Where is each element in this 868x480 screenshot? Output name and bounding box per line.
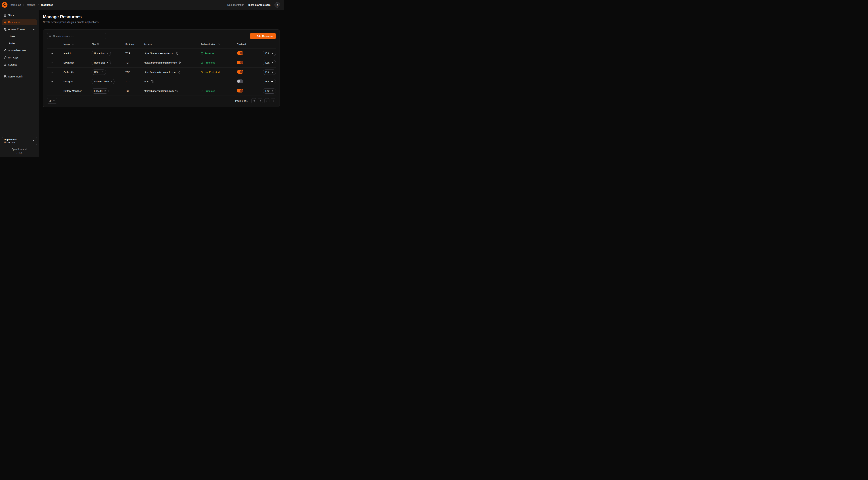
key-icon <box>4 56 6 59</box>
chevron-down-icon <box>33 28 35 31</box>
add-resource-button[interactable]: Add Resource <box>250 33 276 39</box>
table-body: Immich Home Lab TCP https://immich.examp… <box>47 49 276 96</box>
copy-icon[interactable] <box>176 52 178 55</box>
sidebar-item-sites[interactable]: Sites <box>2 12 37 18</box>
next-page-button[interactable] <box>265 98 270 103</box>
site-link-button[interactable]: Home Lab <box>92 51 111 56</box>
page-size-value: 20 <box>49 99 52 102</box>
open-source-link[interactable]: Open Source <box>2 148 37 151</box>
app-logo[interactable] <box>2 2 8 8</box>
enabled-toggle[interactable] <box>237 61 243 64</box>
resource-access-url: https://battery.example.com <box>144 90 174 92</box>
row-actions-button[interactable] <box>49 79 54 84</box>
sidebar-item-server-admin[interactable]: Server Admin <box>2 74 37 80</box>
enabled-toggle[interactable] <box>237 89 243 92</box>
first-page-button[interactable] <box>251 98 256 103</box>
link-icon <box>4 49 6 52</box>
copy-icon[interactable] <box>151 80 153 83</box>
plus-icon <box>253 35 255 37</box>
sidebar-item-users[interactable]: Users <box>2 33 37 39</box>
sidebar-item-access-control[interactable]: Access Control <box>2 26 37 32</box>
arrow-right-icon <box>271 90 273 92</box>
search-box[interactable] <box>47 33 106 39</box>
row-actions-button[interactable] <box>49 60 54 65</box>
organization-selector[interactable]: Organization Home Lab <box>2 137 37 145</box>
edit-button[interactable]: Edit <box>263 51 276 56</box>
resource-access-url: https://immich.example.com <box>144 52 174 55</box>
copy-icon[interactable] <box>179 62 181 64</box>
user-email[interactable]: joe@example.com <box>248 3 271 6</box>
breadcrumb: home-lab settings resources <box>10 3 53 6</box>
edit-button[interactable]: Edit <box>263 88 276 94</box>
chevrons-right-icon <box>272 100 275 102</box>
topbar: home-lab settings resources Documentatio… <box>0 0 284 10</box>
resources-card: Add Resource Name Site Protocol <box>43 29 280 107</box>
table-row: Immich Home Lab TCP https://immich.examp… <box>47 49 276 58</box>
search-input[interactable] <box>53 35 104 38</box>
shield-check-icon <box>201 52 204 55</box>
edit-label: Edit <box>266 61 270 64</box>
header-site[interactable]: Site <box>92 43 125 46</box>
page-title: Manage Resources <box>43 14 280 19</box>
enabled-toggle[interactable] <box>237 51 243 55</box>
arrow-up-right-icon <box>106 52 108 54</box>
ellipsis-icon <box>50 61 53 64</box>
page-subtitle: Create secure proxies to your private ap… <box>43 21 280 24</box>
edit-label: Edit <box>266 90 270 92</box>
site-link-button[interactable]: Office <box>92 69 106 75</box>
enabled-toggle[interactable] <box>237 80 243 83</box>
arrow-right-icon <box>271 52 273 55</box>
sidebar: Sites Resources Access Control Users Rol… <box>0 10 39 157</box>
shield-check-icon <box>201 90 204 92</box>
sidebar-item-resources[interactable]: Resources <box>2 19 37 25</box>
header-name[interactable]: Name <box>63 43 92 46</box>
resource-protocol: TCP <box>125 90 144 92</box>
topbar-right: Documentation joe@example.com J <box>227 2 280 8</box>
header-authentication[interactable]: Authentication <box>201 43 237 46</box>
breadcrumb-resources: resources <box>41 3 53 6</box>
avatar[interactable]: J <box>275 2 280 8</box>
sidebar-item-settings[interactable]: Settings <box>2 62 37 68</box>
copy-icon[interactable] <box>178 71 180 73</box>
copy-icon[interactable] <box>175 90 178 92</box>
sidebar-item-label: Roles <box>9 42 15 45</box>
row-actions-button[interactable] <box>49 51 54 56</box>
shield-off-icon <box>201 71 204 73</box>
sidebar-item-shareable-links[interactable]: Shareable Links <box>2 48 37 54</box>
breadcrumb-home-lab[interactable]: home-lab <box>10 3 21 6</box>
table-header-row: Name Site Protocol Access Authenticati <box>47 42 276 49</box>
sidebar-item-label: Server Admin <box>8 75 23 78</box>
edit-button[interactable]: Edit <box>263 79 276 84</box>
page-size-select[interactable]: 20 <box>47 98 57 103</box>
row-actions-button[interactable] <box>49 89 54 94</box>
auth-status: Protected <box>201 90 237 92</box>
arrow-up-right-icon <box>101 71 103 73</box>
chevron-right-icon <box>37 4 39 6</box>
auth-label: Protected <box>205 52 215 55</box>
chevron-down-icon <box>53 100 55 102</box>
breadcrumb-settings[interactable]: settings <box>27 3 35 6</box>
add-resource-label: Add Resource <box>256 35 273 37</box>
site-name: Home Lab <box>94 52 105 55</box>
enabled-toggle[interactable] <box>237 70 243 74</box>
site-link-button[interactable]: Second Office <box>92 79 115 84</box>
sort-icon <box>71 43 74 46</box>
last-page-button[interactable] <box>271 98 276 103</box>
edit-button[interactable]: Edit <box>263 60 276 65</box>
sidebar-item-api-keys[interactable]: API Keys <box>2 55 37 61</box>
arrow-right-icon <box>271 80 273 83</box>
sidebar-item-roles[interactable]: Roles <box>2 40 37 47</box>
row-actions-button[interactable] <box>49 70 54 75</box>
table-row: Authentik Office TCP https://authentik.e… <box>47 67 276 77</box>
documentation-link[interactable]: Documentation <box>227 3 244 6</box>
edit-button[interactable]: Edit <box>263 69 276 75</box>
external-link-icon <box>25 148 27 150</box>
users-icon <box>4 28 6 31</box>
table-row: Postgres Second Office TCP 5432 - Edit <box>47 77 276 86</box>
sidebar-item-label: Resources <box>8 21 20 24</box>
previous-page-button[interactable] <box>258 98 263 103</box>
ellipsis-icon <box>50 90 53 92</box>
site-link-button[interactable]: Home Lab <box>92 60 111 65</box>
site-link-button[interactable]: Edge 01 <box>92 88 108 94</box>
sites-grid-icon <box>4 14 6 17</box>
